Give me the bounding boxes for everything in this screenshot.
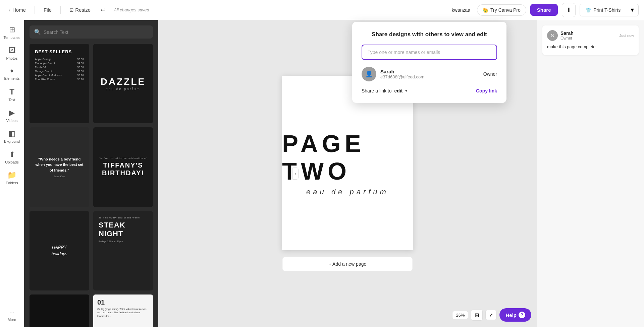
download-button[interactable]: ⬇: [562, 3, 576, 17]
share-user-name: Sarah: [380, 69, 479, 74]
nav-divider-1: [35, 6, 35, 14]
share-button[interactable]: Share: [530, 4, 558, 16]
author-text: Jane Doe: [35, 175, 84, 178]
fullscreen-button[interactable]: ⤢: [485, 310, 497, 320]
username-display: kwanzaa: [452, 7, 470, 13]
sidebar-label-text: Text: [8, 98, 15, 102]
sidebar-label-templates: Templates: [3, 36, 20, 40]
home-button[interactable]: ‹ Home: [5, 5, 29, 15]
list-item: Apple Carrot Madness$3.10: [35, 74, 84, 77]
main-layout: ⊞ Templates 🖼 Photos ✦ Elements T Text ▶…: [0, 20, 644, 327]
card-items: Apple Orange$3.90 Pineapple Carrot$4.90 …: [35, 58, 84, 81]
fullscreen-icon: ⤢: [489, 312, 493, 318]
comment-card: S Sarah Owner Just now make this page co…: [542, 25, 639, 55]
sidebar-item-videos[interactable]: ▶ Videos: [1, 106, 23, 125]
template-card-happy[interactable]: HAPPYholidays: [30, 211, 89, 290]
list-item: Pear Kiwi Cooler$5.10: [35, 78, 84, 81]
list-item: Orange Carrot$2.90: [35, 70, 84, 73]
sidebar-item-uploads[interactable]: ⬆ Uploads: [1, 147, 23, 167]
commenter-role: Owner: [560, 36, 574, 41]
comment-body: make this page complete: [547, 44, 634, 50]
search-input[interactable]: [44, 29, 148, 35]
template-card-gobig[interactable]: 01 Go big (or go home). Think voluminous…: [93, 295, 153, 327]
share-user-avatar: 👤: [362, 67, 376, 81]
commenter-name: Sarah: [560, 30, 574, 36]
comment-meta: Sarah Owner: [560, 30, 574, 41]
avatar-initial: S: [551, 33, 554, 38]
help-label: Help: [505, 312, 517, 318]
chevron-down-icon[interactable]: ▾: [405, 88, 407, 93]
sidebar-item-folders[interactable]: 📁 Folders: [1, 168, 23, 188]
canvas-eau-text: eau de parfum: [306, 188, 389, 196]
template-card-boyfriend[interactable]: "Who needs a boyfriend when you have the…: [30, 127, 89, 207]
sidebar-item-bkground[interactable]: ◧ Bkground: [1, 127, 23, 146]
sidebar-label-photos: Photos: [6, 56, 17, 60]
happy-text: HAPPYholidays: [51, 244, 67, 258]
share-email-input[interactable]: [362, 45, 497, 60]
share-link-mode[interactable]: edit: [394, 88, 403, 93]
videos-icon: ▶: [9, 109, 15, 117]
uploads-icon: ⬆: [9, 150, 15, 159]
nav-divider-2: [60, 6, 61, 14]
shirt-icon: 👕: [585, 7, 591, 13]
template-card-margaret[interactable]: Happiest Birthday,MARGARET!: [30, 295, 89, 327]
grid-icon: ⊞: [475, 312, 479, 318]
template-card-tiffany[interactable]: You're invited to the celebration of TIF…: [93, 127, 153, 207]
undo-button[interactable]: ↩: [98, 4, 108, 16]
add-page-button[interactable]: + Add a new page: [282, 257, 413, 271]
template-card-bestsellers[interactable]: BEST-SELLERS Apple Orange$3.90 Pineapple…: [30, 44, 89, 123]
template-card-steak[interactable]: Join us every end of the week! STEAKNIGH…: [93, 211, 153, 290]
sidebar-item-text[interactable]: T Text: [1, 84, 23, 105]
sidebar-label-elements: Elements: [4, 76, 20, 80]
copy-link-button[interactable]: Copy link: [476, 88, 497, 93]
gobig-number: 01: [97, 299, 149, 306]
share-modal: Share designs with others to view and ed…: [352, 22, 506, 103]
fridays-text: Fridays 6:30pm - 10pm: [99, 240, 148, 243]
share-user-email: e37d638f@uifeed.com: [380, 74, 479, 79]
file-button[interactable]: File: [40, 5, 55, 15]
left-sidebar: ⊞ Templates 🖼 Photos ✦ Elements T Text ▶…: [0, 20, 24, 327]
steak-title: STEAKNIGHT: [99, 221, 148, 238]
list-item: Fresh OJ$3.90: [35, 66, 84, 69]
sidebar-item-photos[interactable]: 🖼 Photos: [1, 44, 23, 63]
try-pro-button[interactable]: 👑 Try Canva Pro: [477, 4, 526, 16]
print-tshirts-button[interactable]: 👕 Print T-Shirts: [580, 4, 627, 16]
print-dropdown-button[interactable]: ▼: [626, 4, 639, 16]
sidebar-more-button[interactable]: ··· More: [1, 307, 23, 324]
resize-icon: ⊡: [69, 7, 75, 13]
sidebar-item-elements[interactable]: ✦ Elements: [1, 64, 23, 83]
text-icon: T: [9, 87, 14, 96]
zoom-level[interactable]: 26%: [452, 311, 468, 319]
card-content: "Who needs a boyfriend when you have the…: [35, 156, 84, 178]
invited-text: You're invited to the celebration of: [100, 157, 147, 159]
canvas-content: PAGE TWO eau de parfum + Add a new page: [282, 76, 413, 271]
templates-panel: 🔍 BEST-SELLERS Apple Orange$3.90 Pineapp…: [24, 20, 158, 327]
search-icon: 🔍: [34, 29, 41, 35]
commenter-avatar: S: [547, 30, 558, 41]
resize-button[interactable]: ⊡ Resize: [66, 5, 94, 15]
photos-icon: 🖼: [8, 46, 16, 55]
join-text: Join us every end of the week!: [99, 216, 148, 219]
sidebar-label-videos: Videos: [6, 119, 17, 123]
right-panel: S Sarah Owner Just now make this page co…: [537, 20, 644, 327]
home-label: Home: [12, 7, 26, 13]
dazzle-title: DAZZLE: [101, 76, 146, 87]
tiffany-name: TIFFANY'S BIRTHDAY!: [97, 161, 149, 177]
grid-view-button[interactable]: ⊞: [471, 310, 483, 321]
folders-icon: 📁: [7, 171, 16, 180]
sidebar-label-uploads: Uploads: [5, 160, 18, 164]
chevron-left-icon: ‹: [9, 7, 10, 13]
hide-panel-button[interactable]: ‹: [292, 168, 299, 180]
list-item: Apple Orange$3.90: [35, 58, 84, 61]
share-user-role: Owner: [483, 71, 497, 77]
sidebar-item-templates[interactable]: ⊞ Templates: [1, 23, 23, 42]
templates-icon: ⊞: [9, 25, 15, 34]
elements-icon: ✦: [9, 67, 15, 75]
search-bar: 🔍: [30, 25, 153, 39]
crown-icon: 👑: [483, 7, 488, 13]
help-button[interactable]: Help ?: [499, 308, 531, 322]
comment-timestamp: Just now: [620, 34, 634, 38]
canvas-page-two-text: PAGE TWO: [282, 130, 413, 185]
template-card-dazzle[interactable]: DAZZLE eau de parfum: [93, 44, 153, 123]
list-item: Pineapple Carrot$4.90: [35, 62, 84, 65]
